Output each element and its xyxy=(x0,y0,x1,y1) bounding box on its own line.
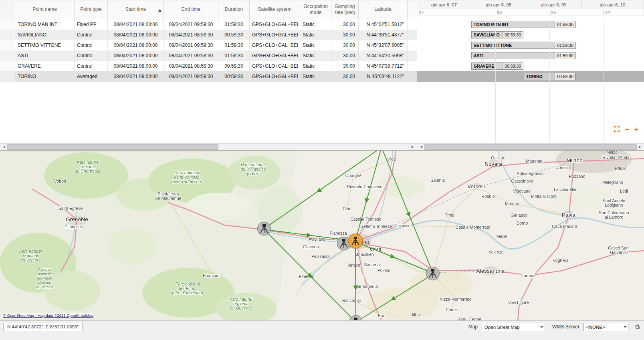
timeline-row-gravere[interactable]: GRAVERE00:59:30 xyxy=(417,61,644,71)
map-label: Rivarolo Canavese xyxy=(347,184,383,189)
map-label: Voghera xyxy=(553,258,568,263)
cell-latitude: N 45°03'48.1122" xyxy=(359,71,408,82)
map-label: Alessandria xyxy=(476,268,505,274)
map-label: Lodi xyxy=(620,189,628,193)
bar-duration: 00:59:30 xyxy=(502,63,523,69)
row-header[interactable] xyxy=(0,19,15,30)
zoom-in-button[interactable]: + xyxy=(634,126,638,133)
table-row-asti[interactable]: ASTIControl08/04/2021 08:00:0008/04/2021… xyxy=(0,50,417,61)
map-label: Cassolnovo xyxy=(511,179,533,183)
scroll-right-arrow-icon xyxy=(639,145,642,149)
bar-duration: 00:59:30 xyxy=(555,73,575,80)
scroll-left-button[interactable] xyxy=(0,144,7,150)
map-label: Mede xyxy=(497,234,507,239)
row-header[interactable] xyxy=(0,61,15,71)
chevron-down-icon[interactable] xyxy=(539,323,545,331)
cell-point_name: SETTIMO VITTONE xyxy=(15,40,75,50)
column-header-latitude[interactable]: Latitude xyxy=(359,0,408,19)
occupation-bar-torino[interactable]: TORINO00:59:30 xyxy=(524,73,576,80)
map-label: Nizza Monferrato xyxy=(440,297,472,302)
chevron-down-icon[interactable] xyxy=(622,323,628,331)
baseline-vector[interactable] xyxy=(355,242,356,320)
map-label: Cava Manara xyxy=(552,224,577,229)
map-label: Tortona xyxy=(521,273,535,278)
cell-start_time: 08/04/2021 08:00:00 xyxy=(108,30,164,40)
timeline-hscrollbar[interactable] xyxy=(417,143,644,150)
timeline-date-2: gio apr 8, 09 xyxy=(526,0,581,9)
column-header-start_time[interactable]: Start time xyxy=(108,0,164,19)
row-header[interactable] xyxy=(0,71,15,82)
timeline-tick-0: 27 xyxy=(417,9,495,16)
timeline-row-torino-man-int[interactable]: TORINO MAN INT01:59:30 xyxy=(417,19,644,30)
map-label: Voiron xyxy=(54,179,66,183)
cell-satellite_system: GPS+GLO+GAL+BEI xyxy=(250,50,300,61)
timeline-row-torino[interactable]: TORINO00:59:30 xyxy=(417,71,644,82)
scroll-thumb[interactable] xyxy=(424,144,637,150)
column-header-point_type[interactable]: Point type xyxy=(75,0,108,19)
column-header-sampling_rate[interactable]: Sampling rate (sec) xyxy=(331,0,359,19)
timeline-row-asti[interactable]: ASTI01:59:30 xyxy=(417,50,644,61)
map-label: Novara xyxy=(485,161,502,167)
scroll-thumb[interactable] xyxy=(7,144,218,150)
column-header-end_time[interactable]: End time xyxy=(164,0,218,19)
table-row-gravere[interactable]: GRAVEREControl08/04/2021 08:00:0008/04/2… xyxy=(0,61,417,71)
station-marker-torino[interactable] xyxy=(348,234,363,248)
cell-satellite_system: GPS+GLO+GAL+BEI xyxy=(250,61,300,71)
cell-satellite_system: GPS+GLO+GAL+BEI xyxy=(250,40,300,50)
station-marker-gravere[interactable] xyxy=(258,222,271,235)
timeline-row-savigliano[interactable]: SAVIGLIANO00:59:30 xyxy=(417,30,644,40)
cell-duration: 01:59:30 xyxy=(218,40,250,50)
map-label: Échirolles xyxy=(65,224,83,229)
map-source-select[interactable]: Open Street Map xyxy=(482,323,545,331)
cell-satellite_system: GPS+GLO+GAL+BEI xyxy=(250,71,300,82)
table-row-settimo-vittone[interactable]: SETTIMO VITTONEControl08/04/2021 08:00:0… xyxy=(0,40,417,50)
station-marker-asti[interactable] xyxy=(426,267,440,280)
table-row-torino-man-int[interactable]: TORINO MAN INTFixed PP08/04/2021 08:00:0… xyxy=(0,19,417,30)
map[interactable]: VoironParc naturelrégionalde ChartreuseP… xyxy=(0,151,644,320)
table-row-torino[interactable]: TORINOAveraged08/04/2021 09:00:0008/04/2… xyxy=(0,71,417,82)
column-header-occupation_mode[interactable]: Occupation mode xyxy=(300,0,331,19)
cell-duration: 00:59:30 xyxy=(218,61,250,71)
column-header-duration[interactable]: Duration xyxy=(218,0,250,19)
cell-end_time: 08/04/2021 08:59:30 xyxy=(164,30,218,40)
scroll-right-button[interactable] xyxy=(410,144,417,150)
cell-start_time: 08/04/2021 08:00:00 xyxy=(108,40,164,50)
table-hscrollbar[interactable] xyxy=(0,143,417,150)
timeline-row-settimo-vittone[interactable]: SETTIMO VITTONE01:59:30 xyxy=(417,40,644,50)
map-label: Abbiategrasso xyxy=(517,171,543,176)
map-label: Galliate xyxy=(491,155,505,160)
cell-sampling_rate: 30.00 xyxy=(331,40,359,50)
row-header-corner xyxy=(0,0,15,19)
column-header-satellite_system[interactable]: Satellite system xyxy=(250,0,300,19)
map-label: Lacchiarella xyxy=(554,187,576,192)
row-header[interactable] xyxy=(0,30,15,40)
scroll-left-button[interactable] xyxy=(417,144,424,150)
fit-view-button[interactable] xyxy=(614,126,620,133)
cell-start_time: 08/04/2021 08:00:00 xyxy=(108,61,164,71)
map-settings-button[interactable] xyxy=(634,323,641,331)
map-label: Mortara xyxy=(505,201,519,206)
occupation-bar-settimo-vittone[interactable]: SETTIMO VITTONE01:59:30 xyxy=(471,42,576,49)
bar-duration: 01:59:30 xyxy=(555,21,575,28)
wms-server-select[interactable]: <NONE> xyxy=(583,323,628,331)
map-label: Sant'AngeloLodigiano xyxy=(603,198,625,207)
scroll-right-button[interactable] xyxy=(637,144,644,150)
occupation-bar-asti[interactable]: ASTI01:59:30 xyxy=(471,52,576,59)
timeline-tick-row: 27262524 xyxy=(417,9,644,16)
timeline-gridline xyxy=(495,19,496,143)
status-bar: N 44°40'42.3072"; E 8°32'01.0693" Map Op… xyxy=(0,320,644,340)
row-header[interactable] xyxy=(0,40,15,50)
map-label: Castel SanGiovanni xyxy=(608,245,629,255)
map-label: Grenoble xyxy=(66,216,88,222)
map-label: Trino xyxy=(445,213,454,217)
table-row-savigliano[interactable]: SAVIGLIANOControl08/04/2021 08:00:0008/0… xyxy=(0,30,417,40)
cell-latitude: N 45°07'39.7712" xyxy=(359,61,408,71)
zoom-out-button[interactable]: − xyxy=(625,126,629,133)
occupation-bar-torino-man-int[interactable]: TORINO MAN INT01:59:30 xyxy=(471,21,576,28)
occupation-bar-gravere[interactable]: GRAVERE00:59:30 xyxy=(471,62,523,70)
row-filler xyxy=(408,50,417,61)
timeline-body: TORINO MAN INT01:59:30SAVIGLIANO00:59:30… xyxy=(417,19,644,143)
row-header[interactable] xyxy=(0,50,15,61)
occupation-bar-savigliano[interactable]: SAVIGLIANO00:59:30 xyxy=(471,31,523,38)
column-header-point_name[interactable]: Point name xyxy=(15,0,75,19)
